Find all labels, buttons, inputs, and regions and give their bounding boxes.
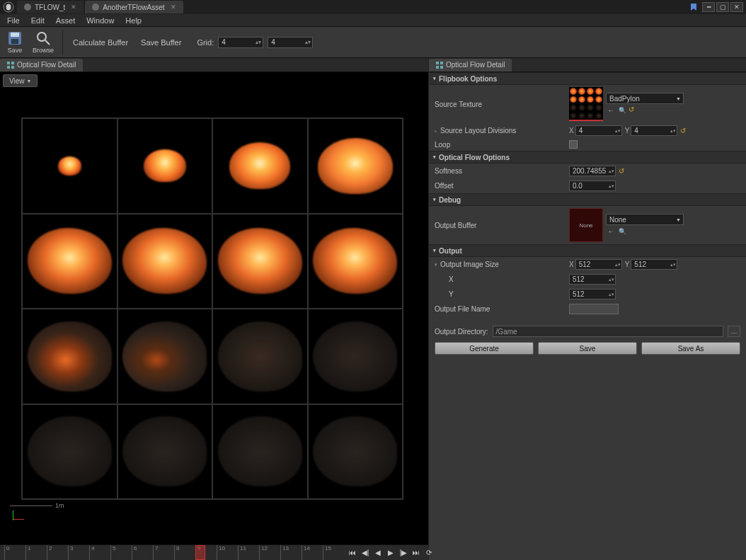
category-optical-flow-options[interactable]: ▾Optical Flow Options (429, 151, 746, 164)
timeline-tick[interactable]: 10 (217, 545, 238, 560)
prop-softness-label: Softness (435, 167, 569, 175)
browse-asset-button[interactable]: 🔍 (617, 105, 627, 115)
panel-tab-optical-flow-detail[interactable]: Optical Flow Detail (0, 59, 83, 72)
to-end-button[interactable]: ⏭ (411, 547, 422, 559)
timeline-tick[interactable]: 0 (4, 545, 25, 560)
svg-rect-9 (11, 66, 14, 69)
calculate-buffer-button[interactable]: Calculate Buffer (67, 35, 134, 50)
loop-button[interactable]: ⟳ (423, 547, 435, 559)
timeline-tick[interactable]: 8 (174, 545, 195, 560)
use-selected-button[interactable]: ← (606, 227, 616, 236)
prop-output-y-label: Y (435, 290, 569, 298)
output-buffer-thumbnail[interactable]: None (569, 208, 603, 242)
timeline-tick[interactable]: 11 (238, 545, 259, 560)
browse-asset-button[interactable]: 🔍 (617, 227, 627, 236)
offset-input[interactable]: 0.0▴▾ (569, 181, 616, 191)
timeline-tick[interactable]: 6 (132, 545, 153, 560)
save-output-button[interactable]: Save (538, 342, 637, 355)
save-as-button[interactable]: Save As (641, 342, 740, 355)
prop-source-layout-label[interactable]: ▹Source Layout Divisions (435, 127, 569, 135)
generate-button[interactable]: Generate (435, 342, 534, 355)
reset-to-default-button[interactable]: ↺ (619, 167, 624, 175)
output-directory-input[interactable]: /Game (493, 326, 723, 337)
category-debug[interactable]: ▾Debug (429, 193, 746, 206)
scale-reference: 1m (10, 502, 64, 526)
prop-output-image-size-label[interactable]: ▾Output Image Size (435, 261, 569, 268)
view-dropdown-button[interactable]: View ▼ (3, 74, 38, 87)
grid-x-input[interactable]: 4 ▴▾ (218, 37, 263, 48)
step-forward-button[interactable]: |▶ (398, 547, 409, 559)
output-buffer-dropdown[interactable]: None ▼ (606, 214, 684, 225)
timeline-tick[interactable]: 1 (25, 545, 47, 560)
prop-source-texture-label: Source Texture (435, 101, 569, 108)
step-back-button[interactable]: ◀| (360, 547, 371, 559)
output-filename-input[interactable] (569, 304, 619, 314)
timeline-tick[interactable]: 4 (89, 545, 110, 560)
svg-line-5 (45, 40, 50, 45)
timeline-tick[interactable]: 13 (280, 545, 302, 560)
category-output[interactable]: ▾Output (429, 244, 746, 257)
reset-to-default-button[interactable]: ↺ (629, 105, 634, 115)
grid-y-input[interactable]: 4 ▴▾ (268, 37, 313, 48)
flipbook-viewport[interactable]: 1m (0, 89, 428, 544)
timeline[interactable]: 0123456789101112131415 ⏮ ◀| ◀ ▶ |▶ ⏭ ⟳ (0, 544, 428, 560)
to-start-button[interactable]: ⏮ (347, 547, 358, 559)
close-window-button[interactable]: ✕ (730, 2, 743, 12)
browse-button[interactable]: Browse (28, 29, 58, 55)
menu-help[interactable]: Help (120, 15, 147, 26)
play-button[interactable]: ▶ (385, 547, 396, 559)
output-x-input[interactable]: 512▴▾ (569, 274, 616, 285)
menu-file[interactable]: File (1, 15, 25, 26)
timeline-tick[interactable]: 15 (323, 545, 344, 560)
timeline-tick[interactable]: 7 (153, 545, 174, 560)
chevron-down-icon: ▼ (27, 79, 32, 84)
loop-checkbox[interactable] (569, 140, 578, 149)
details-panel: Optical Flow Detail ▾Flipbook Options So… (429, 58, 746, 560)
minimize-button[interactable]: ━ (702, 2, 715, 12)
svg-rect-11 (440, 62, 443, 64)
save-label: Save (8, 47, 23, 54)
grid-icon (7, 62, 14, 69)
menu-window[interactable]: Window (81, 15, 120, 26)
close-icon[interactable]: ✕ (171, 4, 176, 11)
softness-input[interactable]: 200.74855▴▾ (569, 166, 616, 176)
panel-tab-optical-flow-detail-right[interactable]: Optical Flow Detail (429, 59, 512, 72)
timeline-tick[interactable]: 12 (259, 545, 280, 560)
timeline-cursor[interactable] (195, 545, 205, 560)
svg-rect-13 (440, 66, 443, 69)
browse-directory-button[interactable]: … (728, 326, 740, 337)
menu-asset[interactable]: Asset (50, 15, 81, 26)
svg-rect-12 (436, 66, 439, 69)
timeline-tick[interactable]: 2 (47, 545, 68, 560)
play-reverse-button[interactable]: ◀ (372, 547, 384, 559)
output-size-x-input[interactable]: 512▴▾ (575, 259, 622, 270)
prop-loop-label: Loop (435, 141, 569, 149)
layout-y-input[interactable]: 4▴▾ (631, 125, 677, 136)
asset-tab-tflow[interactable]: TFLOW_t ✕ (17, 1, 84, 13)
close-icon[interactable]: ✕ (71, 4, 76, 11)
save-button[interactable]: Save (3, 29, 27, 55)
source-texture-dropdown[interactable]: BadPylon ▼ (606, 93, 684, 104)
timeline-tick[interactable]: 3 (68, 545, 89, 560)
grid-icon (436, 62, 443, 69)
asset-tab-another[interactable]: AnotherTFlowAsset ✕ (85, 1, 183, 13)
source-texture-thumbnail[interactable] (569, 87, 603, 121)
output-size-y-input[interactable]: 512▴▾ (631, 259, 677, 270)
floppy-disk-icon (7, 30, 23, 46)
timeline-tick[interactable]: 5 (110, 545, 132, 560)
asset-icon (24, 4, 31, 11)
timeline-tick[interactable]: 14 (302, 545, 323, 560)
category-flipbook-options[interactable]: ▾Flipbook Options (429, 72, 746, 85)
use-selected-button[interactable]: ← (606, 105, 616, 115)
spinner-icon[interactable]: ▴▾ (305, 40, 311, 44)
menu-edit[interactable]: Edit (25, 15, 50, 26)
spinner-icon[interactable]: ▴▾ (256, 40, 261, 44)
viewport-panel: Optical Flow Detail View ▼ (0, 58, 429, 560)
output-y-input[interactable]: 512▴▾ (569, 289, 616, 299)
save-buffer-button[interactable]: Save Buffer (135, 35, 187, 50)
reset-to-default-button[interactable]: ↺ (680, 127, 686, 135)
maximize-button[interactable]: ▢ (716, 2, 729, 12)
layout-x-input[interactable]: 4▴▾ (575, 125, 622, 136)
bookmark-icon[interactable] (689, 3, 698, 11)
prop-offset-label: Offset (435, 182, 569, 190)
